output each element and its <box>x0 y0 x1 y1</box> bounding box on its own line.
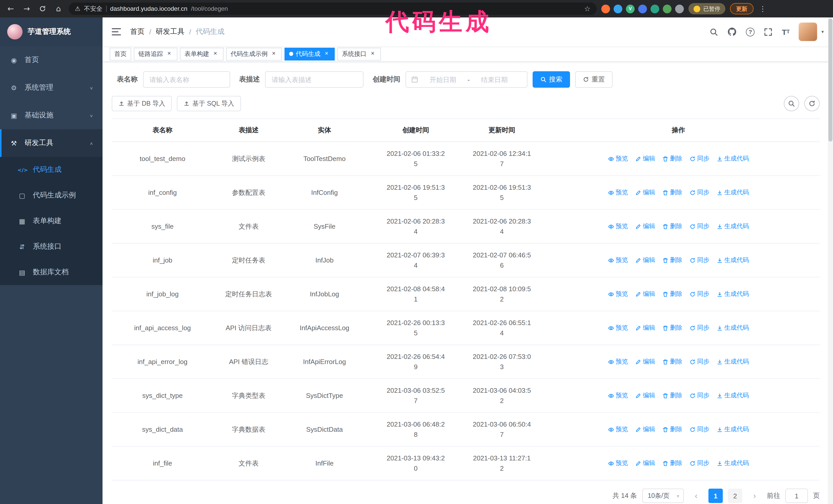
sync-link[interactable]: 同步 <box>689 154 710 163</box>
close-icon[interactable]: × <box>323 50 330 57</box>
delete-link[interactable]: 删除 <box>662 425 682 434</box>
preview-link[interactable]: 预览 <box>608 323 628 332</box>
sidebar-item-home[interactable]: ◉首页 <box>0 46 102 74</box>
preview-link[interactable]: 预览 <box>608 459 628 467</box>
scrollbar-thumb[interactable] <box>828 19 832 142</box>
app-logo[interactable]: 芋道管理系统 <box>0 18 102 46</box>
edit-link[interactable]: 编辑 <box>635 154 655 163</box>
preview-link[interactable]: 预览 <box>608 256 628 265</box>
generate-code-link[interactable]: 生成代码 <box>717 256 749 265</box>
extension-icon-leaf[interactable] <box>663 4 671 13</box>
fullscreen-icon[interactable] <box>764 27 772 36</box>
generate-code-link[interactable]: 生成代码 <box>717 323 749 332</box>
tab-api-doc[interactable]: 系统接口× <box>337 47 381 60</box>
sidebar-item-codegen-example[interactable]: ▢代码生成示例 <box>0 183 102 208</box>
generate-code-link[interactable]: 生成代码 <box>717 459 749 467</box>
browser-menu-icon[interactable]: ⋮ <box>758 5 767 13</box>
extension-icon-amber[interactable] <box>650 4 659 13</box>
next-page-button[interactable]: › <box>747 488 762 503</box>
address-bar[interactable]: ⚠ 不安全 dashboard.yudao.iocoder.cn/tool/co… <box>69 3 597 15</box>
delete-link[interactable]: 删除 <box>662 357 682 366</box>
goto-page-input[interactable] <box>785 488 808 503</box>
preview-link[interactable]: 预览 <box>608 154 628 163</box>
sidebar-item-infra[interactable]: ▣基础设施∨ <box>0 101 102 129</box>
generate-code-link[interactable]: 生成代码 <box>717 357 749 366</box>
sidebar-item-codegen[interactable]: </>代码生成 <box>0 157 102 183</box>
tab-tracer[interactable]: 链路追踪× <box>134 47 177 60</box>
avatar[interactable] <box>799 23 817 41</box>
home-button[interactable]: ⌂ <box>53 3 64 14</box>
extension-icon-puzzle[interactable] <box>675 4 684 13</box>
delete-link[interactable]: 删除 <box>662 323 682 332</box>
sync-link[interactable]: 同步 <box>689 188 710 197</box>
search-icon[interactable] <box>710 27 718 36</box>
delete-link[interactable]: 删除 <box>662 256 682 265</box>
tab-form-builder[interactable]: 表单构建× <box>180 47 223 60</box>
page-button-1[interactable]: 1 <box>709 488 723 503</box>
delete-link[interactable]: 删除 <box>662 391 682 400</box>
edit-link[interactable]: 编辑 <box>635 391 655 400</box>
edit-link[interactable]: 编辑 <box>635 425 655 434</box>
tab-codegen[interactable]: 代码生成× <box>285 47 335 60</box>
bookmark-star-icon[interactable]: ☆ <box>584 5 591 13</box>
delete-link[interactable]: 删除 <box>662 222 682 231</box>
github-icon[interactable] <box>728 27 737 37</box>
import-sql-button[interactable]: 基于 SQL 导入 <box>177 96 241 111</box>
tab-home[interactable]: 首页 <box>110 47 131 60</box>
sync-link[interactable]: 同步 <box>689 290 710 298</box>
page-size-select[interactable]: 10条/页 ▾ <box>642 488 684 503</box>
preview-link[interactable]: 预览 <box>608 222 628 231</box>
edit-link[interactable]: 编辑 <box>635 290 655 298</box>
close-icon[interactable]: × <box>212 50 219 57</box>
preview-link[interactable]: 预览 <box>608 425 628 434</box>
extension-icon-drop[interactable] <box>614 4 622 13</box>
delete-link[interactable]: 删除 <box>662 290 682 298</box>
sidebar-item-system[interactable]: ⚙系统管理∨ <box>0 74 102 101</box>
close-icon[interactable]: × <box>270 50 277 57</box>
toggle-search-button[interactable] <box>784 96 799 111</box>
preview-link[interactable]: 预览 <box>608 357 628 366</box>
breadcrumb-item[interactable]: 首页 <box>130 27 145 37</box>
delete-link[interactable]: 删除 <box>662 459 682 467</box>
sync-link[interactable]: 同步 <box>689 323 710 332</box>
delete-link[interactable]: 删除 <box>662 154 682 163</box>
prev-page-button[interactable]: ‹ <box>689 488 703 503</box>
reload-button[interactable] <box>37 3 48 14</box>
preview-link[interactable]: 预览 <box>608 391 628 400</box>
close-icon[interactable]: × <box>369 50 376 57</box>
search-button[interactable]: 搜索 <box>532 71 570 88</box>
edit-link[interactable]: 编辑 <box>635 459 655 467</box>
sync-link[interactable]: 同步 <box>689 425 710 434</box>
hamburger-icon[interactable] <box>112 28 121 36</box>
profile-paused-chip[interactable]: 已暂停 <box>688 3 725 14</box>
generate-code-link[interactable]: 生成代码 <box>717 154 749 163</box>
generate-code-link[interactable]: 生成代码 <box>717 222 749 231</box>
breadcrumb-item[interactable]: 研发工具 <box>156 27 185 37</box>
sync-link[interactable]: 同步 <box>689 459 710 467</box>
tab-codegen-example[interactable]: 代码生成示例× <box>226 47 282 60</box>
table-desc-input[interactable] <box>265 71 363 88</box>
import-db-button[interactable]: 基于 DB 导入 <box>112 96 172 111</box>
generate-code-link[interactable]: 生成代码 <box>717 425 749 434</box>
date-start-input[interactable] <box>421 76 465 83</box>
sync-link[interactable]: 同步 <box>689 357 710 366</box>
extension-icon-grid[interactable] <box>638 4 647 13</box>
scrollbar-track[interactable] <box>828 18 833 504</box>
back-button[interactable]: ← <box>5 3 17 14</box>
extension-icon-vue[interactable]: V <box>626 4 635 13</box>
refresh-table-button[interactable] <box>804 96 820 111</box>
sidebar-item-form-builder[interactable]: ▦表单构建 <box>0 208 102 234</box>
sync-link[interactable]: 同步 <box>689 222 710 231</box>
date-end-input[interactable] <box>473 76 516 83</box>
delete-link[interactable]: 删除 <box>662 188 682 197</box>
sidebar-item-dev-tools[interactable]: ⚒研发工具∧ <box>0 129 102 157</box>
preview-link[interactable]: 预览 <box>608 290 628 298</box>
page-button-2[interactable]: 2 <box>728 488 742 503</box>
edit-link[interactable]: 编辑 <box>635 357 655 366</box>
table-name-input[interactable] <box>143 71 230 88</box>
sync-link[interactable]: 同步 <box>689 256 710 265</box>
edit-link[interactable]: 编辑 <box>635 222 655 231</box>
edit-link[interactable]: 编辑 <box>635 323 655 332</box>
preview-link[interactable]: 预览 <box>608 188 628 197</box>
extension-icon-fox[interactable] <box>601 4 610 13</box>
